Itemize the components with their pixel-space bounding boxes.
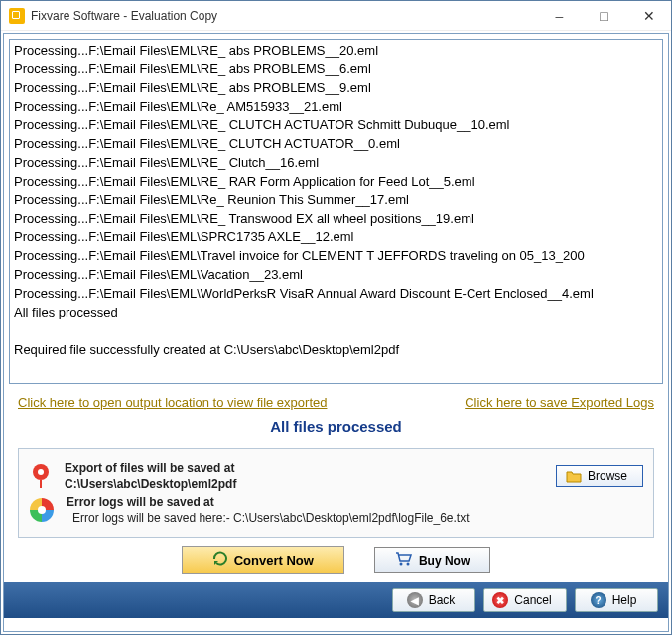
- export-label: Export of files will be saved at: [65, 461, 544, 475]
- log-line: Processing...F:\Email Files\EML\RE_ CLUT…: [14, 116, 658, 135]
- cancel-button[interactable]: ✖ Cancel: [483, 588, 567, 612]
- log-line: Processing...F:\Email Files\EML\RE_ Tran…: [14, 210, 658, 229]
- convert-button[interactable]: Convert Now: [182, 546, 344, 574]
- cancel-label: Cancel: [514, 593, 551, 607]
- svg-point-2: [38, 506, 46, 514]
- folder-icon: [566, 469, 582, 483]
- svg-point-3: [399, 563, 402, 566]
- log-line: Processing...F:\Email Files\EML\RE_ abs …: [14, 79, 658, 98]
- pin-icon: [29, 462, 53, 490]
- help-icon: ?: [591, 592, 606, 608]
- log-line: Processing...F:\Email Files\EML\WorldPer…: [14, 285, 658, 304]
- log-line: Processing...F:\Email Files\EML\RE_ RAR …: [14, 173, 658, 191]
- browse-label: Browse: [588, 469, 627, 483]
- log-line: Processing...F:\Email Files\EML\RE_ abs …: [14, 42, 658, 61]
- back-icon: ◀: [407, 592, 423, 608]
- help-button[interactable]: ? Help: [575, 588, 658, 612]
- minimize-button[interactable]: –: [537, 1, 582, 30]
- export-text: Export of files will be saved at C:\User…: [65, 461, 544, 491]
- log-line: Processing...F:\Email Files\EML\Re_ Reun…: [14, 191, 658, 210]
- titlebar: Fixvare Software - Evaluation Copy – □ ✕: [1, 1, 671, 31]
- footer: ◀ Back ✖ Cancel ? Help: [4, 582, 668, 618]
- svg-point-1: [38, 469, 44, 475]
- window-controls: – □ ✕: [537, 1, 671, 30]
- status-message: All files processed: [4, 412, 668, 444]
- save-logs-link[interactable]: Click here to save Exported Logs: [465, 395, 654, 410]
- convert-label: Convert Now: [234, 553, 314, 568]
- log-line: All files processed: [14, 304, 658, 322]
- cart-icon: [395, 552, 413, 569]
- cancel-icon: ✖: [492, 592, 508, 608]
- browse-button[interactable]: Browse: [556, 465, 643, 487]
- export-row: Export of files will be saved at C:\User…: [29, 461, 643, 491]
- svg-point-4: [406, 563, 409, 566]
- log-line: Processing...F:\Email Files\EML\RE_ CLUT…: [14, 135, 658, 154]
- action-bar: Convert Now Buy Now: [4, 542, 668, 582]
- links-row: Click here to open output location to vi…: [4, 389, 668, 412]
- export-path: C:\Users\abc\Desktop\eml2pdf: [65, 477, 544, 491]
- convert-icon: [212, 551, 228, 570]
- back-label: Back: [429, 593, 456, 607]
- open-output-link[interactable]: Click here to open output location to vi…: [18, 395, 327, 410]
- log-line: Processing...F:\Email Files\EML\RE_ Clut…: [14, 154, 658, 173]
- log-line: [14, 322, 658, 341]
- log-panel[interactable]: Processing...F:\Email Files\EML\RE_ abs …: [9, 39, 663, 384]
- buy-button[interactable]: Buy Now: [374, 547, 490, 573]
- body: Processing...F:\Email Files\EML\RE_ abs …: [3, 33, 669, 632]
- help-label: Help: [612, 593, 637, 607]
- wheel-icon: [29, 497, 55, 523]
- errorlog-label: Error logs will be saved at: [67, 495, 643, 509]
- settings-panel: Export of files will be saved at C:\User…: [18, 448, 654, 538]
- log-line: Required file successfully created at C:…: [14, 341, 658, 360]
- log-line: Processing...F:\Email Files\EML\Travel i…: [14, 247, 658, 266]
- app-window: Fixvare Software - Evaluation Copy – □ ✕…: [0, 0, 672, 635]
- close-button[interactable]: ✕: [626, 1, 671, 30]
- maximize-button[interactable]: □: [582, 1, 626, 30]
- log-line: Processing...F:\Email Files\EML\Vacation…: [14, 266, 658, 285]
- errorlog-text: Error logs will be saved at Error logs w…: [67, 495, 643, 525]
- log-line: Processing...F:\Email Files\EML\RE_ abs …: [14, 61, 658, 79]
- log-line: Processing...F:\Email Files\EML\Re_ AM51…: [14, 98, 658, 117]
- app-icon: [9, 8, 25, 24]
- errorlog-path: Error logs will be saved here:- C:\Users…: [67, 511, 643, 525]
- errorlog-row: Error logs will be saved at Error logs w…: [29, 495, 643, 525]
- log-line: Processing...F:\Email Files\EML\SPRC1735…: [14, 228, 658, 247]
- buy-label: Buy Now: [419, 554, 470, 568]
- back-button[interactable]: ◀ Back: [392, 588, 475, 612]
- window-title: Fixvare Software - Evaluation Copy: [31, 9, 537, 23]
